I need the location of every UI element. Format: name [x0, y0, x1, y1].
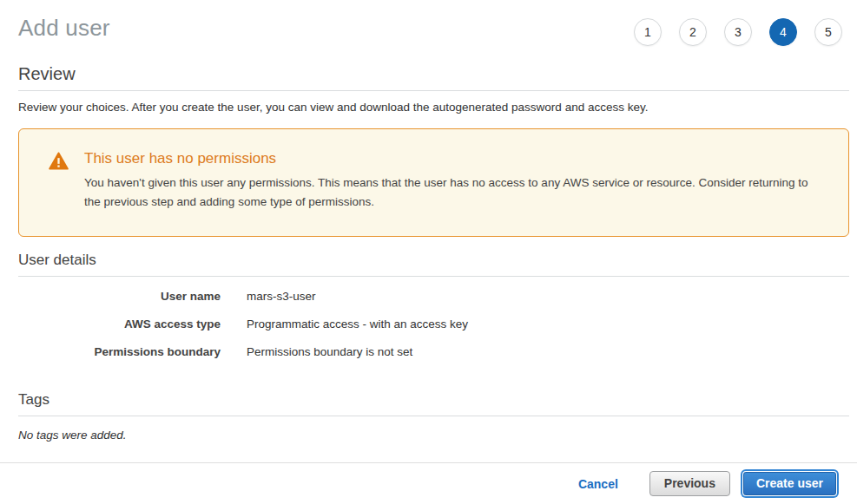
- warning-content: This user has no permissions You haven't…: [84, 150, 822, 219]
- step-indicator: 1 2 3 4 5: [634, 18, 842, 46]
- step-2[interactable]: 2: [679, 18, 707, 46]
- no-permissions-warning: This user has no permissions You haven't…: [18, 128, 849, 237]
- user-details-heading: User details: [18, 252, 849, 277]
- detail-row-user-name: User name mars-s3-user: [18, 290, 849, 303]
- warning-title: This user has no permissions: [84, 150, 822, 167]
- review-description: Review your choices. After you create th…: [18, 101, 849, 114]
- tags-section: Tags No tags were added.: [18, 391, 849, 442]
- step-1[interactable]: 1: [634, 18, 662, 46]
- warning-body: You haven't given this user any permissi…: [84, 173, 822, 212]
- detail-value: Permissions boundary is not set: [247, 345, 412, 358]
- wizard-footer: Cancel Previous Create user: [0, 462, 857, 504]
- user-details-rows: User name mars-s3-user AWS access type P…: [18, 290, 849, 358]
- page-title: Add user: [18, 15, 110, 42]
- previous-button[interactable]: Previous: [649, 471, 730, 496]
- user-details-section: User details User name mars-s3-user AWS …: [18, 252, 849, 358]
- review-page: Review Review your choices. After you cr…: [0, 64, 857, 462]
- review-heading: Review: [18, 64, 849, 91]
- step-5[interactable]: 5: [814, 18, 842, 46]
- detail-value: Programmatic access - with an access key: [247, 317, 468, 331]
- detail-label: User name: [18, 290, 221, 303]
- cancel-button[interactable]: Cancel: [578, 477, 618, 491]
- create-user-button[interactable]: Create user: [743, 472, 836, 495]
- tags-heading: Tags: [18, 391, 849, 416]
- detail-label: Permissions boundary: [18, 345, 221, 358]
- review-section: Review Review your choices. After you cr…: [18, 64, 849, 237]
- detail-label: AWS access type: [18, 317, 221, 331]
- detail-row-access-type: AWS access type Programmatic access - wi…: [18, 317, 849, 331]
- wizard-header: Add user 1 2 3 4 5: [0, 0, 857, 64]
- detail-value: mars-s3-user: [247, 290, 316, 303]
- step-3[interactable]: 3: [724, 18, 752, 46]
- step-4-active[interactable]: 4: [769, 18, 797, 46]
- tags-empty-message: No tags were added.: [18, 429, 849, 442]
- detail-row-permissions-boundary: Permissions boundary Permissions boundar…: [18, 345, 849, 358]
- warning-triangle-icon: [49, 152, 69, 219]
